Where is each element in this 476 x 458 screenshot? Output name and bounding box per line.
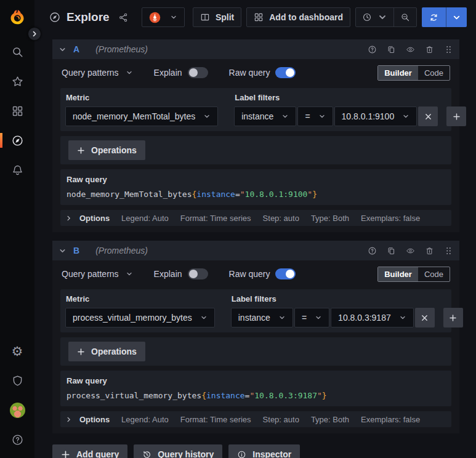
query-b-body: Query patterns Explain Raw query Builder…: [52, 260, 459, 433]
search-icon: [11, 46, 24, 58]
query-a-header[interactable]: A (Prometheus): [52, 39, 459, 59]
explore-toolbar: Explore Split: [34, 0, 476, 34]
raw-query-toggle[interactable]: [275, 268, 296, 279]
active-indicator: [0, 133, 2, 148]
code-metric: node_memory_MemTotal_bytes: [67, 190, 192, 199]
query-help-icon[interactable]: [368, 246, 377, 255]
sidebar-item-dashboards[interactable]: [0, 96, 34, 126]
code-brace: {: [201, 391, 206, 400]
chevron-down-icon: [126, 270, 133, 278]
remove-query-icon[interactable]: [425, 246, 434, 255]
toggle-query-visibility-icon[interactable]: [406, 45, 415, 54]
filter-operator-select[interactable]: =: [294, 308, 329, 327]
sidebar-item-search[interactable]: [0, 37, 34, 66]
metric-select[interactable]: node_memory_MemTotal_bytes: [65, 106, 218, 126]
add-filter-button[interactable]: [446, 106, 466, 126]
raw-query-heading: Raw query: [67, 175, 446, 184]
chevron-down-icon: [399, 314, 406, 321]
plus-icon: [77, 348, 85, 356]
query-a-options-row[interactable]: Options Legend: Auto Format: Time series…: [60, 210, 451, 226]
sidebar-item-configuration[interactable]: ⚙: [0, 336, 34, 366]
sync-icon: [429, 13, 438, 22]
run-query-button[interactable]: [422, 7, 446, 27]
drag-handle-icon[interactable]: [444, 45, 453, 54]
builder-mode-button[interactable]: Builder: [378, 267, 418, 281]
raw-query-toggle[interactable]: [275, 67, 296, 78]
chevron-down-icon: [318, 113, 326, 120]
remove-filter-button[interactable]: [418, 106, 438, 126]
filter-operator-value: =: [302, 313, 307, 323]
drag-handle-icon[interactable]: [444, 246, 453, 255]
sidebar-item-starred[interactable]: [0, 66, 34, 96]
datasource-picker[interactable]: [142, 7, 185, 27]
sidebar-expand-button[interactable]: [28, 27, 41, 41]
explain-toggle[interactable]: [188, 268, 208, 279]
filter-value-select[interactable]: 10.8.0.1:9100: [334, 106, 418, 126]
filter-label-value: instance: [241, 111, 273, 121]
collapse-chevron-icon[interactable]: [58, 247, 67, 255]
run-query-interval-dropdown[interactable]: [446, 7, 467, 27]
filter-label-select[interactable]: instance: [231, 308, 293, 327]
add-operation-button[interactable]: Operations: [68, 342, 145, 361]
time-picker-button[interactable]: [356, 8, 393, 26]
inspector-button[interactable]: Inspector: [228, 444, 300, 458]
add-query-label: Add query: [76, 449, 119, 458]
code-mode-button[interactable]: Code: [418, 267, 450, 281]
query-patterns-dropdown[interactable]: Query patterns: [62, 269, 133, 279]
query-datasource-name: (Prometheus): [95, 246, 148, 255]
chevron-right-icon: [31, 30, 38, 38]
query-help-icon[interactable]: [368, 45, 377, 54]
split-button[interactable]: Split: [193, 7, 241, 27]
zoom-out-time-button[interactable]: [393, 8, 416, 26]
query-a-body: Query patterns Explain Raw query Builder…: [52, 59, 459, 232]
split-pane-icon: [200, 12, 210, 22]
remove-filter-button[interactable]: [415, 308, 435, 327]
sidebar-item-explore[interactable]: [0, 126, 34, 155]
time-picker-group: [355, 7, 417, 27]
filter-value-select[interactable]: 10.8.0.3:9187: [331, 308, 414, 327]
sidebar-item-profile[interactable]: [0, 395, 34, 425]
query-editor-row-a: A (Prometheus) Query patterns: [52, 39, 459, 232]
query-b-options-row[interactable]: Options Legend: Auto Format: Time series…: [60, 411, 451, 427]
add-filter-button[interactable]: [443, 308, 463, 327]
query-history-button[interactable]: Query history: [134, 444, 222, 458]
toggle-query-visibility-icon[interactable]: [406, 246, 415, 255]
toggle-knob: [286, 68, 294, 77]
grafana-explore-app: ⚙ Explore: [0, 0, 476, 458]
code-label: instance: [206, 391, 245, 400]
remove-query-icon[interactable]: [425, 45, 434, 54]
sidebar-item-help[interactable]: [0, 425, 34, 454]
query-history-label: Query history: [158, 449, 214, 458]
duplicate-query-icon[interactable]: [387, 45, 396, 54]
duplicate-query-icon[interactable]: [387, 246, 396, 255]
plus-icon: [453, 113, 461, 121]
add-operation-button[interactable]: Operations: [68, 140, 145, 160]
editor-mode-group: Builder Code: [377, 267, 450, 282]
chevron-down-icon: [281, 113, 289, 120]
sidebar-item-alerting[interactable]: [0, 155, 34, 185]
query-b-raw-query-row: Raw query process_virtual_memory_bytes{i…: [60, 371, 451, 406]
metric-select[interactable]: process_virtual_memory_bytes: [65, 308, 215, 327]
gear-icon: ⚙: [12, 345, 23, 358]
page-title: Explore: [67, 10, 110, 24]
add-to-dashboard-button[interactable]: Add to dashboard: [246, 7, 350, 27]
code-label: instance: [196, 190, 235, 199]
builder-mode-button[interactable]: Builder: [378, 66, 418, 80]
query-patterns-dropdown[interactable]: Query patterns: [62, 68, 133, 78]
collapse-chevron-icon[interactable]: [58, 46, 67, 54]
filter-label-select[interactable]: instance: [234, 106, 296, 126]
help-circle-icon: [11, 433, 24, 446]
chevron-down-icon: [126, 69, 133, 76]
operations-label: Operations: [91, 145, 137, 155]
code-mode-button[interactable]: Code: [418, 66, 450, 80]
filter-operator-select[interactable]: =: [297, 106, 333, 126]
toggle-knob: [189, 270, 198, 278]
share-icon[interactable]: [118, 12, 129, 23]
query-a-operations-row: Operations: [60, 136, 451, 164]
sidebar-item-server-admin[interactable]: [0, 366, 34, 395]
add-query-button[interactable]: Add query: [52, 444, 127, 458]
explain-toggle[interactable]: [188, 67, 208, 78]
query-b-header[interactable]: B (Prometheus): [52, 241, 459, 260]
code-metric: process_virtual_memory_bytes: [67, 391, 201, 400]
query-a-toolbar: Query patterns Explain Raw query Builder…: [60, 62, 451, 83]
